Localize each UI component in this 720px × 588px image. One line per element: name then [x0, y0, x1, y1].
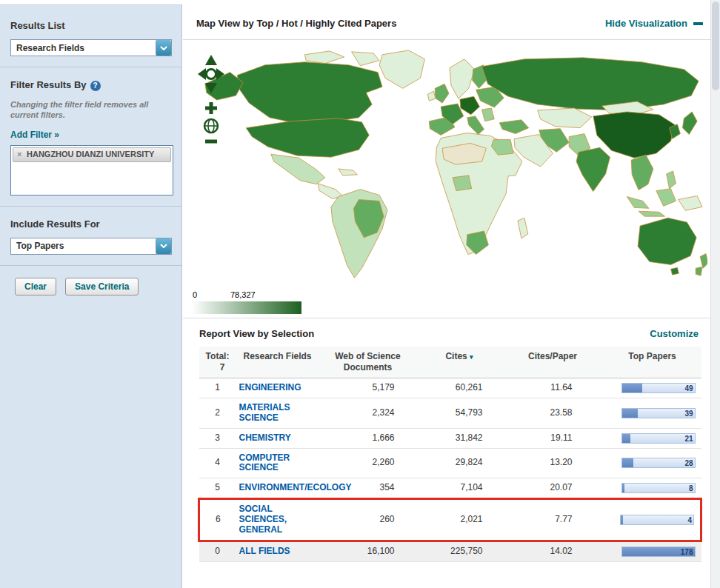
- row-cites: 225,750: [417, 541, 502, 561]
- help-icon[interactable]: ?: [90, 81, 101, 91]
- table-row: 6 SOCIAL SCIENCES, GENERAL 260 2,021 7.7…: [199, 499, 701, 541]
- save-criteria-button[interactable]: Save Criteria: [65, 278, 139, 295]
- collapse-minus-icon[interactable]: [693, 22, 703, 25]
- sort-caret-icon: ▾: [470, 353, 473, 361]
- legend-max-label: 78,327: [230, 290, 256, 299]
- top-papers-bar: 4: [620, 515, 694, 525]
- filter-results-heading: Filter Results By: [10, 79, 87, 90]
- row-cites-per-paper: 19.11: [502, 428, 604, 448]
- bar-fill: [622, 484, 625, 492]
- table-row: 0 ALL FIELDS 16,100 225,750 14.02 178: [199, 541, 701, 561]
- zoom-in-icon: [205, 102, 217, 114]
- top-papers-header: Top Papers: [604, 347, 701, 378]
- table-row: 2 MATERIALS SCIENCE 2,324 54,793 23.58 3…: [199, 398, 701, 429]
- map-legend: 0 78,327: [192, 291, 304, 314]
- bar-fill: [621, 515, 623, 524]
- results-list-value: Research Fields: [11, 43, 156, 53]
- pan-down-icon: [205, 83, 217, 93]
- row-docs: 16,100: [319, 541, 417, 561]
- table-header-row: Total: 7 Research Fields Web of Science …: [199, 347, 701, 378]
- sidebar-divider: [0, 67, 181, 67]
- row-rank: 4: [199, 448, 236, 478]
- row-rank: 2: [199, 398, 236, 429]
- clear-button[interactable]: Clear: [15, 278, 56, 295]
- research-fields-header: Research Fields: [236, 347, 319, 378]
- report-body: 1 ENGINEERING 5,179 60,261 11.64 49 2 MA…: [199, 378, 701, 562]
- row-cites-per-paper: 14.02: [502, 541, 604, 561]
- bar-value: 28: [684, 459, 693, 468]
- cites-per-paper-header: Cites/Paper: [502, 347, 604, 378]
- top-papers-bar: 8: [621, 483, 696, 493]
- bar-value: 8: [689, 484, 693, 493]
- row-docs: 2,324: [319, 398, 417, 429]
- results-list-dropdown[interactable]: Research Fields: [10, 39, 172, 56]
- row-cites: 31,842: [417, 428, 502, 448]
- vertical-scrollbar[interactable]: [710, 0, 720, 588]
- row-cites: 7,104: [417, 478, 502, 499]
- pan-center-icon: [207, 70, 216, 79]
- row-docs: 5,179: [319, 378, 417, 398]
- row-cites: 60,261: [417, 378, 502, 398]
- field-link[interactable]: CHEMISTRY: [239, 432, 291, 443]
- table-row: 3 CHEMISTRY 1,666 31,842 19.11 21: [199, 428, 701, 448]
- world-map-svg[interactable]: [195, 46, 707, 287]
- add-filter-link[interactable]: Add Filter »: [10, 130, 59, 140]
- row-cites-per-paper: 23.58: [502, 398, 604, 429]
- top-papers-bar: 28: [621, 458, 696, 468]
- row-cites: 54,793: [417, 398, 502, 429]
- pan-left-icon: [198, 68, 206, 80]
- include-results-value: Top Papers: [11, 241, 156, 251]
- map-view-header: Map View by Top / Hot / Highly Cited Pap…: [183, 0, 710, 40]
- pan-right-icon: [216, 68, 224, 80]
- field-link[interactable]: ALL FIELDS: [239, 546, 290, 556]
- field-link[interactable]: MATERIALS SCIENCE: [239, 402, 290, 423]
- report-view-header: Report View by Selection Customize: [183, 318, 710, 347]
- map-zoom-controls[interactable]: [195, 52, 227, 148]
- row-rank: 1: [199, 378, 236, 398]
- row-cites-per-paper: 7.77: [502, 499, 604, 541]
- row-cites: 29,824: [417, 448, 502, 478]
- results-list-heading: Results List: [10, 20, 65, 31]
- report-view-title: Report View by Selection: [199, 328, 314, 339]
- field-link[interactable]: ENVIRONMENT/ECOLOGY: [239, 482, 352, 492]
- hide-visualization-link[interactable]: Hide Visualization: [605, 18, 687, 29]
- report-section: Report View by Selection Customize Total…: [183, 318, 710, 562]
- row-cites-per-paper: 13.20: [502, 448, 604, 478]
- scrollbar-thumb[interactable]: [712, 1, 719, 90]
- cites-sort-header[interactable]: Cites ▾: [417, 347, 502, 378]
- bar-value: 49: [684, 384, 693, 393]
- customize-link[interactable]: Customize: [650, 328, 699, 339]
- top-papers-bar: 178: [621, 547, 696, 557]
- bar-fill: [622, 434, 631, 443]
- remove-filter-icon[interactable]: ×: [17, 150, 21, 159]
- filter-list-box[interactable]: × HANGZHOU DIANZI UNIVERSITY: [10, 145, 173, 196]
- pan-up-icon: [205, 55, 217, 65]
- chevron-down-icon[interactable]: [156, 238, 171, 254]
- field-link[interactable]: ENGINEERING: [239, 382, 301, 392]
- row-cites: 2,021: [417, 499, 502, 541]
- bar-value: 4: [687, 516, 692, 525]
- filter-note: Changing the filter field removes all cu…: [10, 100, 159, 121]
- row-rank: 3: [199, 428, 236, 448]
- wos-documents-header: Web of Science Documents: [319, 347, 417, 378]
- include-results-dropdown[interactable]: Top Papers: [10, 238, 172, 255]
- sidebar: Results List Research Fields Filter Resu…: [0, 4, 182, 588]
- world-map[interactable]: 0 78,327: [183, 40, 710, 318]
- row-docs: 1,666: [319, 428, 417, 448]
- bar-value: 21: [684, 435, 693, 444]
- top-papers-bar: 49: [621, 383, 696, 393]
- filter-tag-label: HANGZHOU DIANZI UNIVERSITY: [27, 150, 154, 158]
- legend-gradient-bar: [192, 301, 301, 314]
- field-link[interactable]: SOCIAL SCIENCES, GENERAL: [239, 504, 287, 535]
- bar-fill: [622, 384, 642, 392]
- map-view-title: Map View by Top / Hot / Highly Cited Pap…: [196, 18, 396, 29]
- filter-tag[interactable]: × HANGZHOU DIANZI UNIVERSITY: [13, 147, 171, 162]
- include-results-heading: Include Results For: [10, 218, 100, 230]
- table-row: 4 COMPUTER SCIENCE 2,260 29,824 13.20 28: [199, 448, 701, 478]
- top-papers-bar: 39: [621, 408, 696, 418]
- chevron-down-icon[interactable]: [156, 40, 171, 56]
- field-link[interactable]: COMPUTER SCIENCE: [239, 452, 290, 473]
- bar-fill: [622, 458, 634, 467]
- sidebar-divider: [0, 206, 181, 207]
- bar-value: 178: [681, 548, 693, 557]
